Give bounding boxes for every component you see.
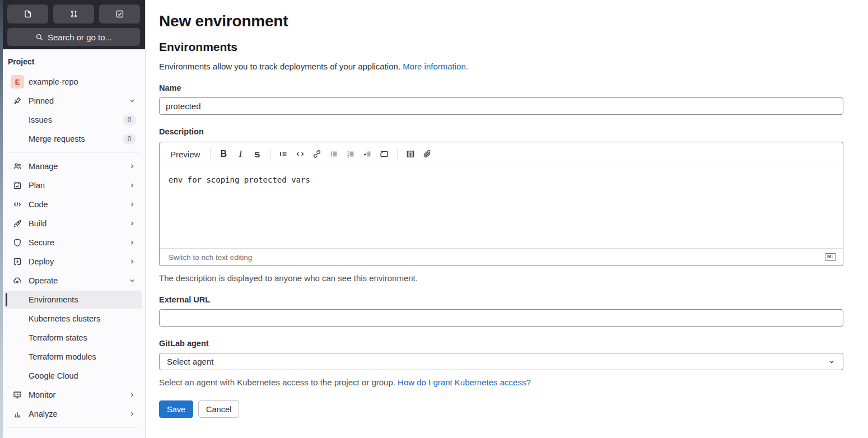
agent-help-text: Select an agent with Kubernetes access t… xyxy=(159,378,843,387)
attach-file-button[interactable] xyxy=(419,146,435,162)
numbered-list-button[interactable]: 1 2 xyxy=(343,146,358,162)
description-textarea[interactable]: env for scoping protected vars xyxy=(160,166,843,248)
merge-requests-count-badge: 0 xyxy=(123,134,136,145)
code-icon xyxy=(296,150,305,159)
code-button[interactable] xyxy=(292,146,308,162)
search-placeholder: Search or go to... xyxy=(48,32,112,42)
markdown-editor-footer: Switch to rich text editing M↓ xyxy=(160,248,843,265)
toolbar-separator xyxy=(210,149,211,159)
project-avatar: E xyxy=(11,75,24,88)
gitlab-agent-select[interactable]: Select agent xyxy=(159,353,843,370)
page-title: New environment xyxy=(159,12,843,30)
section-title: Environments xyxy=(159,40,843,54)
collapsible-section-button[interactable] xyxy=(376,146,392,162)
table-button[interactable] xyxy=(403,146,418,162)
sidebar-item-terraform-states[interactable]: Terraform states xyxy=(4,329,142,347)
link-button[interactable] xyxy=(309,146,325,162)
sidebar-item-pinned[interactable]: Pinned xyxy=(4,92,142,110)
shield-icon xyxy=(13,238,22,247)
sidebar-item-label: Operate xyxy=(29,276,125,285)
sidebar-item-monitor[interactable]: Monitor xyxy=(4,386,142,404)
sidebar-item-google-cloud[interactable]: Google Cloud xyxy=(4,367,142,385)
selected-agent-value: Select agent xyxy=(167,357,213,366)
agent-help-sentence: Select an agent with Kubernetes access t… xyxy=(159,378,395,387)
sidebar-item-label: Pinned xyxy=(29,96,125,105)
description-label: Description xyxy=(159,127,843,136)
chevron-right-icon xyxy=(128,391,136,399)
chevron-down-icon xyxy=(128,97,136,105)
preview-button[interactable]: Preview xyxy=(165,146,205,162)
sidebar-item-analyze[interactable]: Analyze xyxy=(4,405,142,423)
sidebar-item-label: Issues xyxy=(29,115,123,124)
sidebar-item-manage[interactable]: Manage xyxy=(4,157,142,175)
kubernetes-access-link[interactable]: How do I grant Kubernetes access? xyxy=(398,378,531,387)
description-help-text: The description is displayed to anyone w… xyxy=(159,273,843,283)
sidebar-item-label: Google Cloud xyxy=(29,371,136,380)
project-item[interactable]: E example-repo xyxy=(4,73,142,91)
search-input[interactable]: Search or go to... xyxy=(7,28,140,46)
sidebar-item-deploy[interactable]: Deploy xyxy=(4,253,142,271)
sidebar-item-operate[interactable]: Operate xyxy=(4,272,142,290)
strikethrough-button[interactable]: S xyxy=(249,146,265,162)
chevron-right-icon xyxy=(128,410,136,418)
sidebar-item-label: Monitor xyxy=(29,390,125,399)
external-url-label: External URL xyxy=(159,295,843,304)
sidebar-item-terraform-modules[interactable]: Terraform modules xyxy=(4,348,142,366)
numbered-list-icon: 1 2 xyxy=(346,150,355,159)
chevron-right-icon xyxy=(128,258,136,265)
markdown-icon[interactable]: M↓ xyxy=(825,253,836,261)
sidebar-item-plan[interactable]: Plan xyxy=(4,176,142,194)
sidebar-item-label: Code xyxy=(29,200,125,209)
issues-count-badge: 0 xyxy=(123,115,136,125)
sidebar-item-kubernetes-clusters[interactable]: Kubernetes clusters xyxy=(4,310,142,328)
issues-shortcut-button[interactable] xyxy=(7,4,48,24)
bold-button[interactable]: B xyxy=(216,146,231,162)
search-icon xyxy=(35,33,44,41)
project-section-label: Project xyxy=(4,55,142,72)
window-edge xyxy=(0,0,3,438)
rocket-icon xyxy=(13,219,22,228)
sidebar-item-label: Build xyxy=(29,219,125,228)
sidebar-item-label: Secure xyxy=(29,238,125,247)
quote-icon xyxy=(279,150,288,159)
cancel-button[interactable]: Cancel xyxy=(198,400,239,418)
merge-requests-shortcut-button[interactable] xyxy=(53,4,94,24)
users-icon xyxy=(13,162,22,171)
main-content: New environment Environments Environment… xyxy=(146,0,868,438)
link-icon xyxy=(312,150,321,159)
sidebar-item-label: Plan xyxy=(29,181,125,190)
save-button[interactable]: Save xyxy=(159,400,193,418)
monitor-icon xyxy=(13,390,22,399)
issues-icon xyxy=(24,10,32,18)
chevron-right-icon xyxy=(128,181,136,189)
chevron-down-icon xyxy=(128,277,136,285)
sidebar-item-label: Analyze xyxy=(29,409,125,418)
table-icon xyxy=(406,150,415,159)
quote-button[interactable] xyxy=(276,146,291,162)
switch-rich-text-link[interactable]: Switch to rich text editing xyxy=(169,253,252,262)
svg-text:2: 2 xyxy=(347,155,349,158)
sidebar-item-secure[interactable]: Secure xyxy=(4,234,142,251)
chevron-down-icon xyxy=(828,358,836,366)
chevron-right-icon xyxy=(128,201,136,208)
sidebar-divider xyxy=(7,152,139,153)
sidebar-item-build[interactable]: Build xyxy=(4,215,142,232)
task-list-button[interactable] xyxy=(360,146,375,162)
sidebar-item-label: Manage xyxy=(29,162,125,171)
todo-shortcut-button[interactable] xyxy=(99,4,140,24)
sidebar-item-code[interactable]: Code xyxy=(4,195,142,213)
sidebar-item-issues[interactable]: Issues 0 xyxy=(4,111,142,129)
code-icon xyxy=(13,200,22,209)
more-information-link[interactable]: More information. xyxy=(403,62,468,71)
italic-button[interactable]: I xyxy=(232,146,248,162)
sidebar-item-label: Terraform states xyxy=(29,333,136,342)
sidebar-item-merge-requests[interactable]: Merge requests 0 xyxy=(4,130,142,148)
super-sidebar: Search or go to... Project E example-rep… xyxy=(0,0,146,438)
toolbar-separator xyxy=(397,149,398,159)
name-input[interactable] xyxy=(159,97,843,115)
sidebar-context-header: Search or go to... xyxy=(0,0,145,49)
external-url-input[interactable] xyxy=(159,309,843,327)
sidebar-item-environments[interactable]: Environments xyxy=(4,291,142,309)
markdown-editor: Preview B I S xyxy=(159,142,843,266)
bullet-list-button[interactable] xyxy=(326,146,342,162)
